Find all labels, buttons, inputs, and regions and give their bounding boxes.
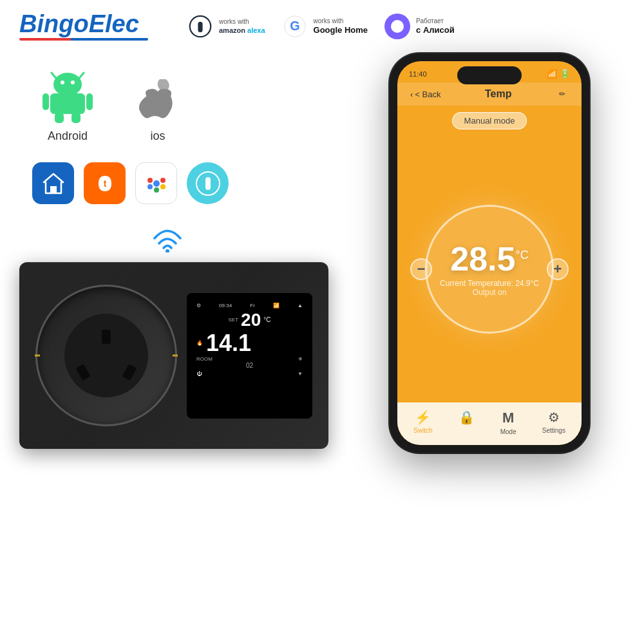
nav-mode[interactable]: M Mode xyxy=(500,410,516,435)
svg-point-26 xyxy=(166,249,169,252)
svg-point-23 xyxy=(147,178,153,183)
current-temp-display: 14.1 xyxy=(206,332,251,355)
edit-button[interactable]: ✏ xyxy=(556,88,569,100)
alice-works-label: Работает xyxy=(416,17,455,25)
mode-icon: M xyxy=(502,410,514,426)
settings-icon: ⚙ xyxy=(548,410,560,425)
svg-rect-1 xyxy=(198,21,202,32)
back-chevron: ‹ xyxy=(410,90,413,99)
socket-center xyxy=(64,314,148,397)
svg-point-22 xyxy=(147,184,153,189)
thermo-time: 09:34 xyxy=(219,303,232,308)
back-label: < Back xyxy=(415,90,440,99)
google-assistant-icon xyxy=(135,162,177,204)
power-socket xyxy=(35,285,177,426)
svg-rect-12 xyxy=(55,113,64,123)
thermo-arrow-down: ▼ xyxy=(298,371,303,377)
thermostat-display: ⚙ 09:34 Fr 📶 ▲ SET 20 °C 🔥 14.1 xyxy=(187,293,312,419)
svg-rect-13 xyxy=(71,113,80,123)
os-section: Android ios xyxy=(19,60,316,149)
apple-icon xyxy=(135,79,180,124)
svg-point-19 xyxy=(160,178,166,183)
svg-point-21 xyxy=(154,187,159,193)
google-icon: G xyxy=(281,13,308,40)
main-temperature: 28.5°C xyxy=(450,242,528,276)
svg-rect-10 xyxy=(43,93,49,110)
svg-text:t: t xyxy=(103,178,106,189)
socket-pin-left xyxy=(35,355,40,357)
device-photo: ⚙ 09:34 Fr 📶 ▲ SET 20 °C 🔥 14.1 xyxy=(19,262,328,449)
google-badge: G works with Google Home xyxy=(281,13,368,40)
settings-label: Settings xyxy=(542,427,565,434)
socket-hole-top xyxy=(102,330,111,344)
thermo-power: ⏻ xyxy=(196,371,202,377)
wifi-area xyxy=(19,220,316,262)
temp-unit: °C xyxy=(516,248,529,261)
alexa-badge-text: works with amazon alexa xyxy=(219,17,265,35)
lock-icon: 🔒 xyxy=(459,410,475,425)
thermo-day: Fr xyxy=(250,303,255,308)
room-label: ROOM xyxy=(196,356,213,362)
phone-screen: 11:40 📶 🔋 ‹ < Back Temp ✏ Manual mode xyxy=(397,61,582,445)
android-label: Android xyxy=(48,129,88,143)
brand-logo: BingoElec xyxy=(19,12,148,36)
alexa-app-icon xyxy=(187,162,229,204)
nav-switch[interactable]: ⚡ Switch xyxy=(413,410,432,435)
minus-button[interactable]: − xyxy=(410,258,432,280)
svg-point-18 xyxy=(153,180,160,187)
screen-title: Temp xyxy=(485,88,511,100)
wifi-icon xyxy=(151,227,184,252)
flame-icon: 🔥 xyxy=(196,340,203,346)
svg-rect-9 xyxy=(50,93,85,114)
svg-point-6 xyxy=(53,73,82,96)
thermo-set: SET 20 °C xyxy=(196,311,303,329)
output-label: Output on xyxy=(473,288,507,297)
thermo-schedule: 02 xyxy=(196,362,303,369)
badges-area: works with amazon alexa G works with Goo… xyxy=(187,13,455,40)
mode-nav-label: Mode xyxy=(500,428,516,435)
set-unit: °C xyxy=(263,316,270,323)
set-temp: 20 xyxy=(241,311,261,329)
right-side: 11:40 📶 🔋 ‹ < Back Temp ✏ Manual mode xyxy=(335,47,644,607)
thermo-gear: ⚙ xyxy=(196,303,201,308)
google-brand-label: Google Home xyxy=(314,25,368,36)
plus-button[interactable]: + xyxy=(547,258,569,280)
header: BingoElec works with amazon alexa G xyxy=(0,0,644,47)
thermo-screen: ⚙ 09:34 Fr 📶 ▲ SET 20 °C 🔥 14.1 xyxy=(193,299,306,412)
thermo-top: ⚙ 09:34 Fr 📶 ▲ xyxy=(196,303,303,308)
svg-point-8 xyxy=(71,80,75,84)
back-button[interactable]: ‹ < Back xyxy=(410,90,440,99)
svg-rect-25 xyxy=(205,177,211,190)
socket-hole-right xyxy=(122,364,137,381)
google-badge-text: works with Google Home xyxy=(314,17,368,36)
ios-label: ios xyxy=(150,129,165,143)
temp-circle-container: − 28.5°C Current Temperature: 24.9°C Out… xyxy=(397,136,582,402)
set-label: SET xyxy=(229,317,239,323)
android-item: Android xyxy=(39,66,97,143)
alice-badge-text: Работает с Алисой xyxy=(416,17,455,36)
nav-lock[interactable]: 🔒 xyxy=(459,410,475,435)
left-side: Android ios xyxy=(0,47,335,607)
dynamic-island xyxy=(457,66,522,84)
alexa-badge: works with amazon alexa xyxy=(187,13,265,40)
phone-nav-bar: ‹ < Back Temp ✏ xyxy=(397,82,582,106)
phone-bottom-nav: ⚡ Switch 🔒 M Mode ⚙ Settings xyxy=(397,402,582,445)
google-works-label: works with xyxy=(314,17,368,25)
alice-brand-label: с Алисой xyxy=(416,25,455,36)
thermo-arrow-up: ▲ xyxy=(298,303,303,308)
alexa-works-label: works with xyxy=(219,17,265,26)
mode-badge[interactable]: Manual mode xyxy=(452,112,527,129)
tuya-icon: t xyxy=(84,162,126,204)
svg-point-7 xyxy=(61,80,64,84)
socket-hole-left xyxy=(75,364,90,381)
current-temp-label: Current Temperature: 24.9°C xyxy=(440,279,539,288)
status-icons: 📶 🔋 xyxy=(547,69,570,79)
switch-label: Switch xyxy=(413,427,432,434)
temperature-circle: 28.5°C Current Temperature: 24.9°C Outpu… xyxy=(425,205,554,334)
main-content: Android ios xyxy=(0,47,644,607)
status-time: 11:40 xyxy=(409,70,427,78)
android-icon xyxy=(39,66,97,124)
svg-rect-16 xyxy=(50,186,57,193)
nav-settings[interactable]: ⚙ Settings xyxy=(542,410,565,435)
alice-badge: Работает с Алисой xyxy=(384,13,455,40)
